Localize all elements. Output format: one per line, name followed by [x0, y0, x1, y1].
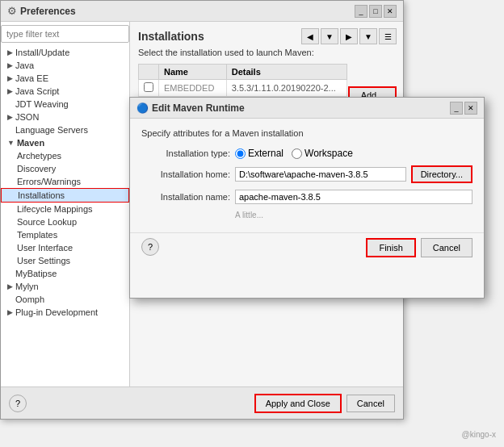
nav-forward-button[interactable]: ▶ — [340, 28, 358, 44]
sidebar-item-label: Maven — [17, 138, 44, 148]
sidebar-item-label: Plug-in Development — [15, 307, 98, 317]
sidebar-child-errors-warnings[interactable]: Errors/Warnings — [1, 175, 129, 188]
dialog-close-button[interactable]: ✕ — [464, 102, 477, 115]
sidebar-item-label: JSON — [15, 112, 39, 122]
sidebar-child-discovery[interactable]: Discovery — [1, 162, 129, 175]
dialog-description: Specify attributes for a Maven installat… — [141, 128, 472, 138]
close-button[interactable]: ✕ — [384, 5, 397, 18]
radio-workspace-label: Workspace — [304, 148, 353, 159]
sidebar-item-java-ee[interactable]: ▶ Java EE — [1, 72, 129, 85]
dialog-footer: ? Finish Cancel — [130, 232, 484, 262]
col-check — [139, 65, 159, 80]
sidebar-item-label: Language Servers — [15, 125, 88, 135]
radio-external-input[interactable] — [235, 148, 246, 159]
table-row: EMBEDDED 3.5.3/1.11.0.20190220-2... — [139, 80, 347, 97]
row-checkbox[interactable] — [144, 82, 153, 92]
nav-dropdown-button[interactable]: ▼ — [321, 28, 338, 44]
sidebar-item-label: Java — [15, 61, 34, 70]
nav-toolbar: ◀ ▼ ▶ ▼ ☰ — [301, 28, 397, 44]
nav-back-button[interactable]: ◀ — [301, 28, 319, 44]
radio-workspace[interactable]: Workspace — [292, 148, 353, 159]
finish-button[interactable]: Finish — [366, 238, 415, 257]
sidebar-child-archetypes[interactable]: Archetypes — [1, 149, 129, 162]
sidebar-item-java[interactable]: ▶ Java — [1, 59, 129, 72]
installation-home-row: Installation home: Directory... — [141, 165, 472, 183]
sidebar-item-label: Java Script — [15, 86, 59, 96]
arrow-icon: ▶ — [7, 308, 13, 316]
sidebar-child-installations[interactable]: Installations — [1, 188, 129, 203]
installation-type-label: Installation type: — [141, 148, 230, 158]
dialog-title-text: Edit Maven Runtime — [152, 102, 245, 114]
maximize-button[interactable]: □ — [369, 5, 382, 18]
minimize-button[interactable]: _ — [355, 5, 368, 18]
sidebar-item-mybatipse[interactable]: ▶ MyBatipse — [1, 267, 129, 280]
arrow-icon: ▶ — [7, 87, 13, 95]
sidebar-child-user-settings[interactable]: User Settings — [1, 254, 129, 267]
window-footer: ? Apply and Close Cancel — [1, 386, 403, 419]
arrow-icon: ▶ — [7, 113, 13, 121]
main-window-title: Preferences — [20, 6, 76, 17]
sidebar-item-mylyn[interactable]: ▶ Mylyn — [1, 280, 129, 293]
dialog-title-area: 🔵 Edit Maven Runtime — [136, 102, 245, 114]
sidebar-item-label: JDT Weaving — [15, 99, 69, 109]
sidebar-item-maven[interactable]: ▼ Maven — [1, 136, 129, 149]
sidebar-child-user-interface[interactable]: User Interface — [1, 241, 129, 254]
radio-workspace-input[interactable] — [292, 148, 302, 159]
cancel-button[interactable]: Cancel — [346, 395, 395, 412]
installation-home-input[interactable] — [235, 167, 406, 182]
installation-name-label: Installation name: — [141, 192, 230, 202]
sidebar-child-templates[interactable]: Templates — [1, 228, 129, 241]
sidebar-item-oomph[interactable]: ▶ Oomph — [1, 293, 129, 306]
arrow-icon: ▶ — [7, 74, 13, 82]
col-name: Name — [159, 65, 227, 80]
arrow-icon: ▶ — [7, 61, 13, 69]
filter-input[interactable] — [1, 25, 129, 43]
sidebar-item-label: Install/Update — [15, 48, 69, 57]
edit-maven-dialog: 🔵 Edit Maven Runtime _ ✕ Specify attribu… — [129, 97, 485, 299]
nav-forward-dropdown-button[interactable]: ▼ — [359, 28, 377, 44]
sidebar-item-label: Mylyn — [15, 282, 39, 291]
dialog-body: Specify attributes for a Maven installat… — [130, 119, 484, 229]
directory-browse-button[interactable]: Directory... — [411, 165, 472, 183]
sidebar-item-jdt-weaving[interactable]: ▶ JDT Weaving — [1, 98, 129, 111]
content-panel-description: Select the installation used to launch M… — [138, 48, 395, 57]
installation-type-options: External Workspace — [235, 148, 353, 159]
window-controls: _ □ ✕ — [355, 5, 397, 18]
arrow-icon: ▼ — [7, 139, 15, 147]
install-detail: 3.5.3/1.11.0.20190220-2... — [226, 80, 346, 97]
radio-external[interactable]: External — [235, 148, 284, 159]
col-details: Details — [226, 65, 346, 80]
radio-external-label: External — [248, 148, 284, 159]
sidebar-child-source-lookup[interactable]: Source Lookup — [1, 215, 129, 228]
help-button[interactable]: ? — [9, 395, 27, 412]
sidebar-item-plug-in-development[interactable]: ▶ Plug-in Development — [1, 306, 129, 319]
dialog-minimize-button[interactable]: _ — [450, 102, 463, 115]
dialog-titlebar: 🔵 Edit Maven Runtime _ ✕ — [130, 98, 484, 119]
arrow-icon: ▶ — [7, 48, 13, 56]
installation-name-row: Installation name: — [141, 190, 472, 204]
dialog-controls: _ ✕ — [450, 102, 477, 115]
sidebar-item-language-servers[interactable]: ▶ Language Servers — [1, 123, 129, 136]
installation-type-row: Installation type: External Workspace — [141, 148, 472, 159]
watermark: @kingo-x — [462, 430, 496, 439]
sidebar-item-label: Java EE — [15, 73, 48, 83]
sidebar-item-json[interactable]: ▶ JSON — [1, 111, 129, 123]
dialog-cancel-button[interactable]: Cancel — [421, 238, 472, 257]
nav-menu-button[interactable]: ☰ — [379, 28, 397, 44]
installation-name-input[interactable] — [235, 190, 472, 204]
dialog-help-button[interactable]: ? — [141, 238, 159, 256]
sidebar-item-label: MyBatipse — [15, 269, 57, 278]
preferences-icon: ⚙ — [7, 5, 17, 17]
sidebar: ▶ Install/Update ▶ Java ▶ Java EE ▶ Java… — [1, 22, 130, 386]
apply-and-close-button[interactable]: Apply and Close — [254, 394, 342, 413]
sidebar-item-label: Oomph — [15, 295, 44, 304]
sidebar-child-lifecycle-mappings[interactable]: Lifecycle Mappings — [1, 203, 129, 215]
arrow-icon: ▶ — [7, 282, 13, 290]
dialog-icon: 🔵 — [136, 102, 149, 114]
install-name: EMBEDDED — [159, 80, 227, 97]
installation-home-label: Installation home: — [141, 169, 230, 179]
main-titlebar: ⚙ Preferences _ □ ✕ — [1, 1, 403, 22]
sidebar-item-install-update[interactable]: ▶ Install/Update — [1, 46, 129, 59]
additional-text: A little... — [235, 211, 472, 219]
sidebar-item-javascript[interactable]: ▶ Java Script — [1, 85, 129, 98]
